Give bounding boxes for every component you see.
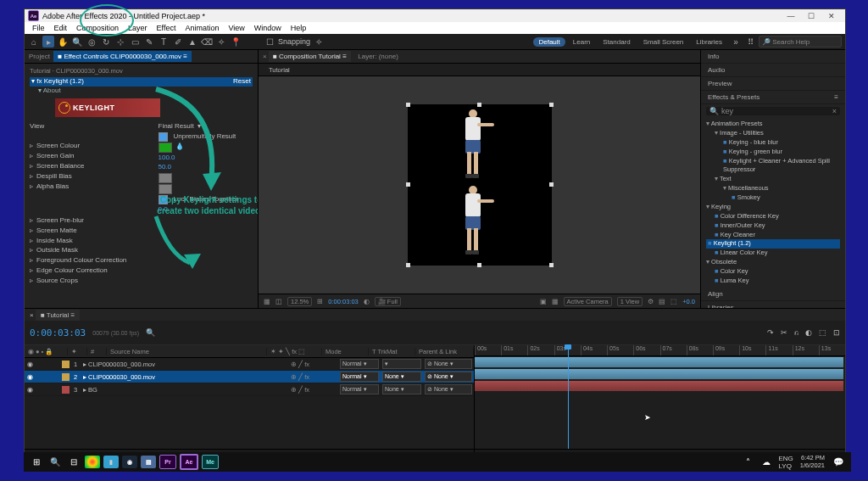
menu-view[interactable]: View: [224, 24, 248, 32]
preset-item[interactable]: Luma Key: [706, 277, 840, 286]
workspace-standard[interactable]: Standard: [598, 37, 635, 47]
parent-dropdown[interactable]: ⊘ None ▾: [425, 372, 472, 382]
home-icon[interactable]: ⌂: [28, 36, 40, 48]
menu-file[interactable]: File: [28, 24, 49, 32]
tl-tool-icon[interactable]: ✂: [781, 328, 787, 337]
hand-tool-icon[interactable]: ✋: [57, 36, 69, 48]
preset-item[interactable]: Keying: [706, 203, 840, 212]
anchor-tool-icon[interactable]: ⊹: [114, 36, 126, 48]
audio-panel-header[interactable]: Audio: [701, 64, 845, 77]
zoom-dropdown[interactable]: 12.5%: [287, 297, 312, 306]
minimize-button[interactable]: —: [781, 12, 801, 20]
ruler-icon[interactable]: ⊞: [317, 298, 323, 305]
stamp-tool-icon[interactable]: ▲: [186, 36, 198, 48]
mode-dropdown[interactable]: Normal ▾: [340, 359, 379, 369]
pen-tool-icon[interactable]: ✎: [143, 36, 155, 48]
app-icon[interactable]: ▤: [141, 456, 156, 468]
info-panel-header[interactable]: Info: [701, 50, 845, 64]
composition-tab[interactable]: ■ Composition Tutorial ≡: [269, 51, 351, 62]
tl-tool-icon[interactable]: ◐: [805, 328, 812, 337]
layer-row[interactable]: ◉3▸ BG⊕ ╱ fxNormal ▾None ▾⊘ None ▾: [25, 383, 474, 396]
visibility-icon[interactable]: ◉: [25, 361, 35, 368]
preset-item[interactable]: Inner/Outer Key: [706, 221, 840, 231]
layer-row[interactable]: ◉2▸ CLIP0000030_000.mov⊕ ╱ fxNormal ▾Non…: [25, 371, 474, 383]
menu-composition[interactable]: Composition: [72, 24, 123, 32]
zoom-tool-icon[interactable]: 🔍: [71, 36, 83, 48]
effect-controls-tab[interactable]: ■ Effect Controls CLIP0000030_000.mov ≡: [53, 51, 192, 62]
workspace-default[interactable]: Default: [533, 37, 565, 47]
visibility-icon[interactable]: ◉: [25, 386, 35, 394]
snap-opts-icon[interactable]: ✧: [313, 36, 325, 48]
brush-tool-icon[interactable]: ✐: [172, 36, 184, 48]
menu-animation[interactable]: Animation: [181, 24, 223, 32]
rotate-tool-icon[interactable]: ↻: [100, 36, 112, 48]
menu-help[interactable]: Help: [287, 24, 311, 32]
parent-dropdown[interactable]: ⊘ None ▾: [425, 384, 472, 394]
lang-indicator[interactable]: ENGLYQ: [776, 455, 795, 470]
panel-menu-icon[interactable]: ≡: [834, 93, 838, 101]
transparency-icon[interactable]: ▦: [552, 298, 559, 305]
trkmat-dropdown[interactable]: ▾: [382, 359, 421, 369]
type-tool-icon[interactable]: T: [158, 36, 170, 48]
menu-window[interactable]: Window: [250, 24, 286, 32]
time-display[interactable]: 0:00:03:03: [328, 298, 358, 305]
timecode-display[interactable]: 0:00:03:03: [30, 327, 86, 338]
despill-chip[interactable]: [159, 173, 172, 183]
exposure-stepper[interactable]: +0.0: [682, 298, 695, 305]
comp-subtab[interactable]: Tutorial: [264, 65, 295, 75]
preset-item[interactable]: Text: [706, 175, 840, 184]
view-opts-icon[interactable]: ⚙: [648, 298, 654, 305]
puppet-tool-icon[interactable]: 📍: [230, 36, 242, 48]
clear-search-icon[interactable]: ×: [832, 107, 837, 115]
preset-item[interactable]: Color Key: [706, 267, 840, 277]
preset-item[interactable]: Keying - blue blur: [706, 138, 840, 148]
roto-tool-icon[interactable]: ✧: [215, 36, 227, 48]
preset-item[interactable]: Keylight (1.2): [706, 239, 840, 249]
search-icon[interactable]: 🔍: [146, 328, 155, 337]
align-panel-header[interactable]: Align: [701, 288, 845, 301]
effects-search-input[interactable]: 🔍 key ×: [706, 107, 840, 115]
search-icon[interactable]: 🔍: [46, 455, 64, 470]
premiere-icon[interactable]: Pr: [159, 455, 176, 469]
chrome-icon[interactable]: [85, 456, 100, 468]
tl-tool-icon[interactable]: ⊡: [833, 328, 840, 337]
onedrive-icon[interactable]: ☁: [757, 455, 776, 470]
menu-layer[interactable]: Layer: [124, 24, 152, 32]
start-button[interactable]: ⊞: [27, 455, 46, 470]
rect-tool-icon[interactable]: ▭: [129, 36, 141, 48]
camera-dropdown[interactable]: Active Camera: [564, 297, 612, 306]
menu-edit[interactable]: Edit: [50, 24, 72, 32]
preset-item[interactable]: Linear Color Key: [706, 249, 840, 258]
current-time-indicator[interactable]: [568, 345, 569, 461]
after-effects-icon[interactable]: Ae: [180, 454, 198, 470]
alpha-icon[interactable]: ◐: [364, 298, 370, 305]
workspace-menu-icon[interactable]: ⠿: [744, 36, 756, 48]
preset-item[interactable]: Key Cleaner: [706, 231, 840, 240]
preset-item[interactable]: Color Difference Key: [706, 212, 840, 221]
libraries-panel-header[interactable]: Libraries: [701, 301, 845, 308]
workspace-libraries[interactable]: Libraries: [691, 37, 727, 47]
layer-row[interactable]: ◉1▸ CLIP0000030_000.mov⊕ ╱ fxNormal ▾ ▾⊘…: [25, 358, 474, 371]
workspace-small[interactable]: Small Screen: [638, 37, 689, 47]
timeline-tracks[interactable]: 00s01s02s03s04s05s06s07s08s09s10s11s12s1…: [475, 345, 845, 461]
mask-icon[interactable]: ▤: [659, 298, 665, 305]
tl-tool-icon[interactable]: ⬚: [819, 328, 826, 337]
close-button[interactable]: ✕: [821, 12, 842, 20]
effects-presets-header[interactable]: Effects & Presets: [708, 93, 760, 101]
timeline-tab[interactable]: ■ Tutorial ≡: [36, 310, 80, 321]
trkmat-dropdown[interactable]: None ▾: [382, 372, 421, 382]
tl-tool-icon[interactable]: ↷: [767, 328, 774, 337]
maximize-button[interactable]: ☐: [801, 12, 821, 20]
preset-item[interactable]: Keylight + Cleaner + Advanced Spill Supp…: [706, 157, 840, 176]
preset-item[interactable]: Obsolete: [706, 258, 840, 267]
task-view-icon[interactable]: ⊟: [64, 455, 83, 470]
viewer[interactable]: ▦ ◫ 12.5% ⊞ 0:00:03:03 ◐ 🎥 Full ▣ ▦ Acti…: [259, 76, 700, 308]
region-icon[interactable]: ▣: [540, 298, 547, 305]
workspace-more-icon[interactable]: »: [730, 36, 742, 48]
trkmat-dropdown[interactable]: None ▾: [382, 384, 421, 394]
preset-item[interactable]: Animation Presets: [706, 120, 840, 129]
lock-biases-check[interactable]: [159, 195, 168, 204]
tray-chevron-icon[interactable]: ˄: [738, 455, 757, 470]
workspace-learn[interactable]: Learn: [568, 37, 595, 47]
preview-panel-header[interactable]: Preview: [701, 77, 845, 91]
